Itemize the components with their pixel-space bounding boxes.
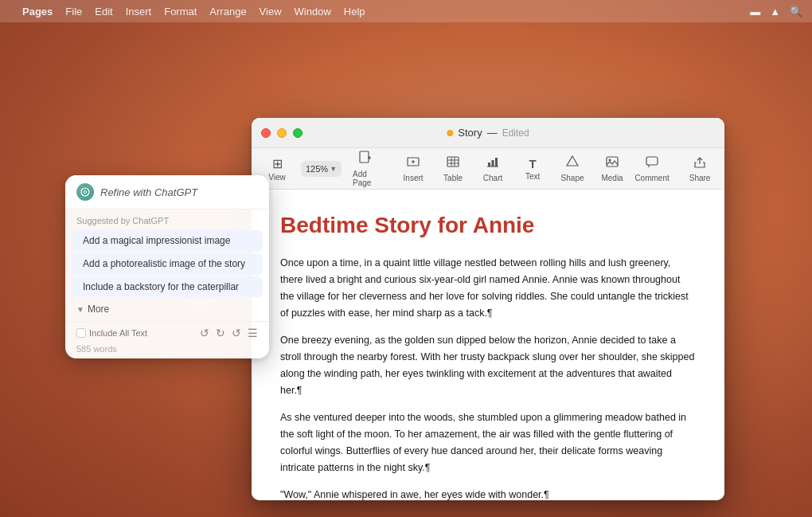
svg-point-17 xyxy=(609,159,611,162)
svg-rect-13 xyxy=(495,158,498,166)
menu-icon[interactable]: ☰ xyxy=(248,327,258,339)
svg-point-25 xyxy=(81,188,89,196)
shape-icon xyxy=(565,155,580,172)
toolbar-format[interactable]: ⊞ Format xyxy=(720,153,724,185)
more-arrow-icon: ▼ xyxy=(76,305,84,314)
menubar-edit[interactable]: Edit xyxy=(95,6,112,18)
media-label: Media xyxy=(601,174,623,182)
menubar-view[interactable]: View xyxy=(260,6,282,18)
chatgpt-section-label: Suggested by ChatGPT xyxy=(65,210,269,229)
minimize-button[interactable] xyxy=(277,128,287,138)
view-icon: ⊞ xyxy=(272,156,283,171)
paragraph-3: As she ventured deeper into the woods, s… xyxy=(280,409,696,477)
table-icon xyxy=(446,155,460,172)
share-label: Share xyxy=(689,174,711,182)
document-title: Bedtime Story for Annie xyxy=(280,212,696,239)
window-controls xyxy=(261,128,303,138)
more-label: More xyxy=(88,304,109,315)
document-icon xyxy=(447,130,453,136)
include-checkbox[interactable] xyxy=(76,328,86,338)
document-title: Story xyxy=(458,127,482,139)
edited-label: Edited xyxy=(502,127,529,139)
media-icon xyxy=(605,155,619,172)
svg-rect-11 xyxy=(488,163,490,166)
svg-rect-18 xyxy=(646,157,658,165)
svg-rect-6 xyxy=(447,157,459,166)
more-button[interactable]: ▼ More xyxy=(65,299,269,321)
toolbar-media[interactable]: Media xyxy=(593,151,631,186)
add-page-label: Add Page xyxy=(353,170,378,187)
search-icon[interactable]: 🔍 xyxy=(790,6,802,18)
pages-window: Story — Edited ⊞ View 125% ▼ Add Page xyxy=(252,118,724,500)
chatgpt-title[interactable]: Refine with ChatGPT xyxy=(100,186,197,198)
menubar: Pages File Edit Insert Format Arrange Vi… xyxy=(0,0,812,22)
insert-icon xyxy=(406,155,420,172)
toolbar-chart[interactable]: Chart xyxy=(474,151,512,186)
suggestion-3[interactable]: Include a backstory for the caterpillar xyxy=(72,276,263,298)
suggestion-1[interactable]: Add a magical impressionist image xyxy=(72,230,263,252)
shape-label: Shape xyxy=(561,174,584,182)
svg-rect-0 xyxy=(360,151,369,163)
window-title: Story — Edited xyxy=(447,127,529,139)
include-text: Include All Text xyxy=(89,328,147,338)
undo-icon[interactable]: ↺ xyxy=(200,327,209,339)
close-button[interactable] xyxy=(261,128,271,138)
share-icon xyxy=(693,155,707,172)
menubar-window[interactable]: Window xyxy=(295,6,331,18)
paragraph-4: "Wow," Annie whispered in awe, her eyes … xyxy=(280,487,696,500)
menubar-file[interactable]: File xyxy=(65,6,82,18)
comment-icon xyxy=(645,155,659,172)
footer-left: Include All Text xyxy=(76,328,147,338)
battery-icon: ▬ xyxy=(750,6,760,18)
toolbar-insert[interactable]: Insert xyxy=(394,151,432,186)
toolbar-comment[interactable]: Comment xyxy=(633,151,671,186)
svg-rect-12 xyxy=(492,160,494,166)
toolbar-add-page[interactable]: Add Page xyxy=(346,147,385,190)
menubar-format[interactable]: Format xyxy=(164,6,197,18)
menubar-help[interactable]: Help xyxy=(344,6,365,18)
toolbar-text[interactable]: T Text xyxy=(513,154,552,184)
zoom-value: 125% xyxy=(306,164,328,174)
toolbar-zoom[interactable]: 125% ▼ xyxy=(301,161,342,177)
toolbar: ⊞ View 125% ▼ Add Page xyxy=(252,148,724,190)
toolbar-share[interactable]: Share xyxy=(681,151,719,186)
menubar-app-name[interactable]: Pages xyxy=(22,6,53,18)
maximize-button[interactable] xyxy=(293,128,303,138)
add-page-icon xyxy=(358,151,373,168)
title-separator: — xyxy=(487,127,498,139)
menubar-arrange[interactable]: Arrange xyxy=(209,6,246,18)
window-titlebar: Story — Edited xyxy=(252,118,724,148)
footer-actions: ↺ ↻ ↺ ☰ xyxy=(200,327,258,339)
svg-marker-15 xyxy=(567,156,578,166)
chart-label: Chart xyxy=(483,174,502,182)
redo-icon[interactable]: ↻ xyxy=(216,327,225,339)
chatgpt-footer: Include All Text ↺ ↻ ↺ ☰ xyxy=(65,321,269,344)
wifi-icon: ▲ xyxy=(770,6,780,18)
table-label: Table xyxy=(443,174,463,182)
insert-label: Insert xyxy=(404,174,424,182)
toolbar-shape[interactable]: Shape xyxy=(553,151,591,186)
text-label: Text xyxy=(525,172,540,181)
word-count: 585 words xyxy=(65,344,269,358)
document-content[interactable]: Bedtime Story for Annie Once upon a time… xyxy=(252,190,724,500)
menubar-insert[interactable]: Insert xyxy=(126,6,152,18)
text-icon: T xyxy=(529,157,536,170)
paragraph-1: Once upon a time, in a quaint little vil… xyxy=(280,255,696,323)
view-label: View xyxy=(268,173,286,182)
paragraph-2: One breezy evening, as the golden sun di… xyxy=(280,332,696,400)
suggestion-2[interactable]: Add a photorealistic image of the story xyxy=(72,253,263,275)
svg-rect-16 xyxy=(607,157,618,166)
menubar-right: ▬ ▲ 🔍 xyxy=(750,6,802,18)
toolbar-table[interactable]: Table xyxy=(434,151,472,186)
chatgpt-panel: Refine with ChatGPT Suggested by ChatGPT… xyxy=(65,175,269,358)
chatgpt-header: Refine with ChatGPT xyxy=(65,175,269,209)
menubar-left: Pages File Edit Insert Format Arrange Vi… xyxy=(10,6,365,18)
chart-icon xyxy=(486,155,500,172)
comment-label: Comment xyxy=(634,174,669,182)
refresh-icon[interactable]: ↺ xyxy=(232,327,241,339)
chatgpt-icon xyxy=(76,183,94,201)
zoom-arrow-icon: ▼ xyxy=(330,165,337,173)
